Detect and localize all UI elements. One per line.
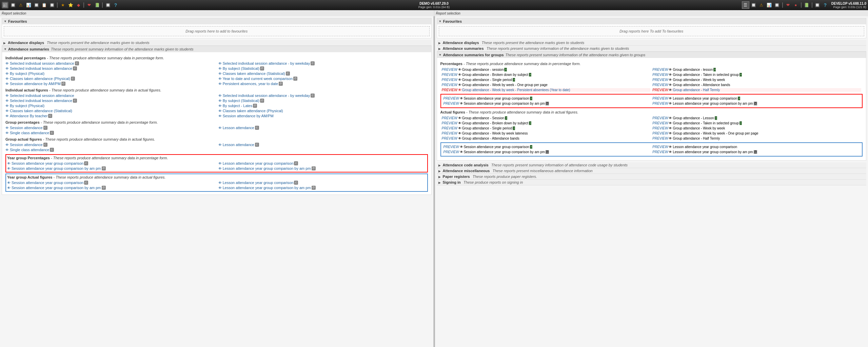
list-item[interactable]: 👁 Session attendance year group comparis… <box>7 185 215 190</box>
list-item[interactable]: 👁 By subject - Lates ⏱ <box>218 103 428 108</box>
list-item[interactable]: PREVIEW 👁 Group attendance - Week by wee… <box>652 131 861 135</box>
right-att-sum-groups-header[interactable]: ▼ Attendance summaries for groups These … <box>437 52 866 58</box>
list-item[interactable]: 👁 Selected individual lesson attendance … <box>5 66 215 71</box>
list-item[interactable]: 👁 Selected individual session attendance… <box>218 93 428 98</box>
list-item[interactable]: 👁 Session attendance year group comparis… <box>7 180 215 185</box>
right-icon1[interactable]: 🔲 <box>750 2 757 8</box>
right-icon4[interactable]: 🔲 <box>774 2 781 8</box>
list-item[interactable]: 👁 Classes taken attendance (Statistical)… <box>218 71 428 76</box>
right-help-icon[interactable]: ? <box>822 2 829 8</box>
list-item[interactable]: 👁 By subject (Statistical) ⏱ <box>218 66 428 71</box>
list-item[interactable]: PREVIEW 👁 Session attendance year group … <box>443 145 651 149</box>
list-item[interactable]: 👁 Single class attendance C <box>5 130 215 135</box>
list-item[interactable]: PREVIEW 👁 Group attendance - Taken in se… <box>652 121 861 125</box>
list-item[interactable]: 👁 Session attendance by AM/PM <box>218 114 428 118</box>
list-item[interactable]: 👁 By subject (Physical) <box>5 103 215 108</box>
list-item[interactable]: PREVIEW 👁 Group attendance - Broken down… <box>442 121 651 125</box>
list-item[interactable]: PREVIEW 👁 Group attendance - Week by wee… <box>652 78 861 82</box>
badge: ⏱ <box>279 82 283 86</box>
icon6[interactable]: 🔲 <box>48 2 55 8</box>
icon1[interactable]: 🔲 <box>9 2 16 8</box>
right-icon7[interactable]: 📗 <box>803 2 810 8</box>
icon8[interactable]: ⭐ <box>67 2 74 8</box>
icon10[interactable]: ❤ <box>86 2 93 8</box>
list-item[interactable]: 👁 Lesson attendance year group compariso… <box>218 161 426 166</box>
left-favourites-header[interactable]: ▼ Favourites <box>2 18 431 24</box>
list-item[interactable]: PREVIEW 👁 Group attendance - Week by wee… <box>442 83 651 87</box>
right-icon5[interactable]: ❤ <box>785 2 791 8</box>
list-item[interactable]: PREVIEW 👁 Group attendance - Week by wee… <box>442 88 651 92</box>
list-item[interactable]: 👁 Lesson attendance year group compariso… <box>218 185 426 190</box>
list-item[interactable]: 👁 Persistent absences, year to date ⏱ <box>218 81 428 86</box>
right-icon2[interactable]: ⚠ <box>758 2 765 8</box>
right-icon3[interactable]: 📊 <box>766 2 773 8</box>
list-item[interactable]: PREVIEW 👁 Group attendance - Single peri… <box>442 126 651 130</box>
list-item[interactable]: 👁 Lesson attendance C <box>218 142 428 147</box>
right-favourites-header[interactable]: ▼ Favourites <box>437 18 866 24</box>
icon2[interactable]: ⚠ <box>17 2 24 8</box>
left-attendance-displays[interactable]: ▶ Attendance displays These reports pres… <box>2 40 432 46</box>
list-item[interactable]: PREVIEW 👁 Group attendance - Lesson C <box>652 116 861 120</box>
list-item[interactable]: 👁 Lesson attendance year group compariso… <box>218 180 426 185</box>
list-item[interactable]: 👁 Selected individual session attendance… <box>218 61 428 66</box>
menu-icon[interactable]: ☰ <box>742 1 749 9</box>
list-item[interactable]: 👁 Session attendance C <box>5 142 215 147</box>
list-item[interactable]: 👁 Classes taken attendance (Physical) C <box>5 76 215 81</box>
list-item[interactable]: PREVIEW 👁 Group attendance - Single peri… <box>442 78 651 82</box>
list-item[interactable]: PREVIEW 👁 Group attendance - Broken down… <box>442 73 651 77</box>
list-item[interactable]: PREVIEW 👁 Group attendance - Session C <box>442 116 651 120</box>
right-attendance-summaries[interactable]: ▶ Attendance summaries These reports pre… <box>437 46 867 52</box>
list-item[interactable]: 👁 Classes taken attendance (Physical) <box>218 108 428 113</box>
right-att-sum-subtitle: These reports present summary informatio… <box>487 46 629 50</box>
icon11[interactable]: 📗 <box>94 2 100 8</box>
list-item[interactable]: 👁 Year to date and current week comparis… <box>218 76 428 81</box>
list-item[interactable]: 👁 Lesson attendance C <box>218 125 428 130</box>
list-item[interactable]: 👁 Session attendance year group comparis… <box>7 161 215 166</box>
right-att-code-analysis[interactable]: ▶ Attendance code analysis These reports… <box>437 162 867 168</box>
right-attendance-displays[interactable]: ▶ Attendance displays These reports pres… <box>437 40 867 46</box>
list-item[interactable]: PREVIEW 👁 Session attendance year group … <box>443 102 651 105</box>
right-icon6[interactable]: ● <box>792 2 799 8</box>
icon4[interactable]: 🔲 <box>33 2 40 8</box>
list-item[interactable]: PREVIEW 👁 Session attendance year group … <box>443 150 651 154</box>
icon9[interactable]: ◆ <box>75 2 82 8</box>
list-item[interactable]: 👁 Selected individual lesson attendance … <box>5 98 215 103</box>
list-item[interactable]: PREVIEW 👁 Group attendance - Attendance … <box>652 83 861 87</box>
list-item[interactable]: 👁 Attendance By teacher C <box>5 114 215 118</box>
list-item[interactable]: PREVIEW 👁 Group attendance - lesson C <box>652 68 861 72</box>
list-item[interactable]: PREVIEW 👁 Lesson attendance year group c… <box>652 150 860 154</box>
list-item[interactable]: 👁 Session attendance C <box>5 125 215 130</box>
right-icon8[interactable]: 🔲 <box>814 2 821 8</box>
list-item[interactable]: 👁 By subject (Statistical) ⏱ <box>218 98 428 103</box>
list-item[interactable]: 👁 Lesson attendance year group compariso… <box>218 166 426 171</box>
icon3[interactable]: 📊 <box>25 2 32 8</box>
home-icon[interactable]: ⌂ <box>2 2 8 8</box>
list-item[interactable]: PREVIEW 👁 Group attendance - Week by wee… <box>442 131 651 135</box>
list-item[interactable]: 👁 Single class attendance C <box>5 147 215 152</box>
list-item[interactable]: PREVIEW 👁 Group attendance - Half Termly <box>652 137 861 140</box>
right-att-misc[interactable]: ▶ Attendance miscellaneous These reports… <box>437 168 867 174</box>
list-item[interactable]: 👁 Session attendance by AM/PM ⏱ <box>5 81 215 86</box>
list-item[interactable]: PREVIEW 👁 Group attendance - session C <box>442 68 651 72</box>
left-att-summaries-header[interactable]: ▼ Attendance summaries These reports pre… <box>2 46 431 52</box>
list-item[interactable]: 👁 Classes taken attendance (Statistical) <box>5 108 215 113</box>
right-paper-registers[interactable]: ▶ Paper registers These reports produce … <box>437 174 867 180</box>
list-item[interactable]: 👁 By subject (Physical) <box>5 71 215 76</box>
icon12[interactable]: 🔲 <box>104 2 111 8</box>
list-item[interactable]: 👁 Selected individual session attendance <box>5 93 215 98</box>
icon5[interactable]: 📋 <box>41 2 47 8</box>
icon7[interactable]: ★ <box>59 2 66 8</box>
list-item[interactable]: 👁 Selected individual session attendance… <box>5 61 215 66</box>
list-item[interactable]: PREVIEW 👁 Lesson attendance year group c… <box>652 145 860 149</box>
list-item[interactable]: PREVIEW 👁 Group attendance - Half Termly <box>652 88 861 92</box>
list-item[interactable]: PREVIEW 👁 Group attendance - Taken in se… <box>652 73 861 77</box>
list-item[interactable]: PREVIEW 👁 Lesson attendance year group c… <box>652 97 860 100</box>
help-icon[interactable]: ? <box>112 2 119 8</box>
list-item[interactable]: PREVIEW 👁 Session attendance year group … <box>443 97 651 100</box>
list-item[interactable]: PREVIEW 👁 Lesson attendance year group c… <box>652 102 860 105</box>
eye-icon: 👁 <box>218 67 222 70</box>
list-item[interactable]: PREVIEW 👁 Group attendance - Attendance … <box>442 137 651 140</box>
list-item[interactable]: PREVIEW 👁 Group attendance - Week by wee… <box>652 126 861 130</box>
list-item[interactable]: 👁 Session attendance year group comparis… <box>7 166 215 171</box>
right-signing-in[interactable]: ▶ Signing in These produce reports on si… <box>437 180 867 185</box>
